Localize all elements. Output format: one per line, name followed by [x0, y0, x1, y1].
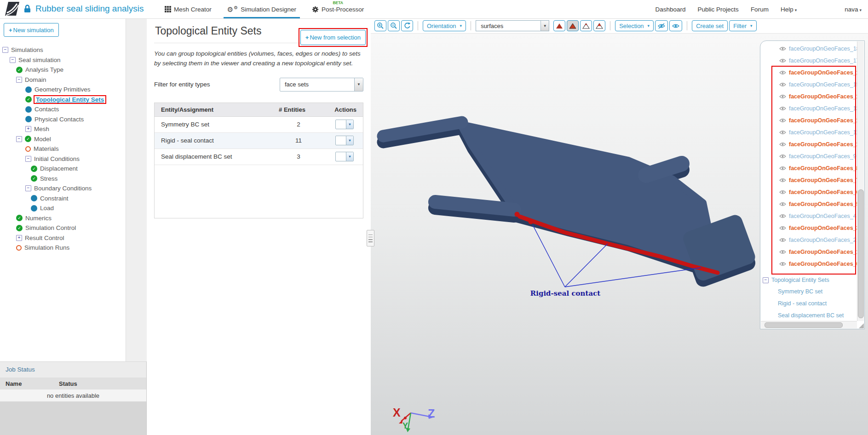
eye-icon[interactable]	[779, 190, 786, 195]
dropdown-arrow-icon[interactable]: ▼	[354, 78, 363, 91]
face-group-label[interactable]: faceGroupOnGeoFaces_18	[789, 46, 860, 52]
horizontal-scrollbar[interactable]	[761, 321, 857, 328]
face-group-label[interactable]: faceGroupOnGeoFaces_16	[789, 69, 862, 76]
user-menu[interactable]: nava▾	[845, 6, 862, 13]
overlay-tree-item-rigid-seal-contact[interactable]: Rigid - seal contact	[760, 298, 855, 309]
face-group-item[interactable]: faceGroupOnGeoFaces_12	[760, 114, 855, 126]
tree-item-label[interactable]: Initial Conditions	[34, 155, 80, 162]
vertical-scrollbar[interactable]	[857, 41, 864, 321]
face-group-item[interactable]: faceGroupOnGeoFaces_15	[760, 79, 855, 91]
eye-icon[interactable]	[779, 166, 786, 171]
tree-item-label[interactable]: Geometry Primitives	[34, 86, 91, 93]
tree-item-label[interactable]: Result Control	[25, 235, 64, 241]
hide-selected-button[interactable]	[655, 20, 668, 31]
expander-minus-icon[interactable]: −	[16, 77, 22, 83]
zoom-out-button[interactable]	[388, 20, 400, 31]
face-group-item[interactable]: faceGroupOnGeoFaces_7	[760, 174, 855, 186]
nav-dashboard[interactable]: Dashboard	[655, 6, 686, 13]
face-group-item[interactable]: faceGroupOnGeoFaces_13	[760, 103, 855, 114]
face-group-label[interactable]: faceGroupOnGeoFaces_5	[789, 201, 860, 207]
face-group-label[interactable]: faceGroupOnGeoFaces_1	[789, 249, 860, 255]
face-group-item[interactable]: faceGroupOnGeoFaces_1	[760, 246, 855, 258]
face-group-label[interactable]: faceGroupOnGeoFaces_14	[789, 93, 862, 100]
tree-item-load[interactable]: Load	[0, 203, 126, 213]
tree-item-label[interactable]: Materials	[34, 145, 59, 152]
tree-item-label[interactable]: Seal simulation	[18, 57, 61, 63]
overlay-tree-item-seal-displacement-bc-set[interactable]: Seal displacement BC set	[760, 309, 855, 321]
eye-icon[interactable]	[779, 46, 786, 51]
face-group-label[interactable]: faceGroupOnGeoFaces_8	[789, 165, 860, 172]
face-group-label[interactable]: faceGroupOnGeoFaces_17	[789, 57, 860, 64]
row-actions-select[interactable]: ▼	[335, 120, 354, 129]
face-group-item[interactable]: faceGroupOnGeoFaces_8	[760, 162, 855, 174]
tree-item-label[interactable]: Displacement	[40, 165, 78, 172]
tree-item-seal-simulation[interactable]: −Seal simulation	[0, 55, 126, 65]
mesh-quality-wire-button[interactable]	[580, 20, 592, 31]
filter-button[interactable]: Filter▾	[729, 20, 756, 31]
face-group-item[interactable]: faceGroupOnGeoFaces_5	[760, 198, 855, 210]
face-group-item[interactable]: faceGroupOnGeoFaces_11	[760, 126, 855, 138]
face-group-item[interactable]: faceGroupOnGeoFaces_14	[760, 91, 855, 103]
face-group-label[interactable]: faceGroupOnGeoFaces_10	[789, 141, 862, 148]
eye-icon[interactable]	[779, 214, 786, 218]
mesh-quality-outline-button[interactable]	[567, 20, 579, 31]
face-group-label[interactable]: faceGroupOnGeoFaces_12	[789, 117, 862, 124]
tree-item-numerics[interactable]: Numerics	[0, 213, 126, 223]
tree-item-label[interactable]: Simulation Runs	[24, 244, 69, 251]
face-group-label[interactable]: faceGroupOnGeoFaces_4	[789, 213, 857, 219]
tree-item-materials[interactable]: Materials	[0, 144, 126, 154]
tree-item-label[interactable]: Analysis Type	[25, 66, 63, 73]
resize-grip-icon[interactable]	[859, 323, 864, 328]
face-group-label[interactable]: faceGroupOnGeoFaces_0	[789, 261, 860, 267]
scrollbar-thumb[interactable]	[858, 189, 864, 318]
new-simulation-button[interactable]: + New simulation	[4, 23, 59, 37]
tree-item-constraint[interactable]: Constraint	[0, 194, 126, 204]
eye-icon[interactable]	[779, 238, 786, 242]
tree-item-topological-entity-sets[interactable]: Topological Entity Sets	[0, 95, 126, 105]
eye-icon[interactable]	[779, 154, 786, 159]
dropdown-arrow-icon[interactable]: ▼	[346, 136, 353, 145]
show-selected-button[interactable]	[669, 20, 682, 31]
face-group-item[interactable]: faceGroupOnGeoFaces_10	[760, 138, 855, 150]
dropdown-arrow-icon[interactable]: ▼	[346, 152, 353, 161]
tree-item-simulation-runs[interactable]: Simulation Runs	[0, 243, 126, 253]
eye-icon[interactable]	[779, 118, 786, 123]
row-actions-select[interactable]: ▼	[335, 152, 354, 161]
eye-icon[interactable]	[779, 250, 786, 254]
expander-minus-icon[interactable]: −	[25, 185, 31, 191]
eye-icon[interactable]	[779, 106, 786, 111]
nav-public-projects[interactable]: Public Projects	[698, 6, 739, 13]
eye-icon[interactable]	[779, 58, 786, 63]
tree-item-label[interactable]: Load	[40, 205, 54, 212]
tree-item-displacement[interactable]: Displacement	[0, 164, 126, 174]
face-group-item[interactable]: faceGroupOnGeoFaces_16	[760, 67, 855, 79]
eye-icon[interactable]	[779, 130, 786, 135]
face-group-label[interactable]: faceGroupOnGeoFaces_15	[789, 81, 860, 88]
zoom-in-button[interactable]	[374, 20, 386, 31]
face-group-item[interactable]: faceGroupOnGeoFaces_17	[760, 55, 855, 67]
tree-item-label[interactable]: Topological Entity Sets	[34, 95, 106, 104]
tab-mesh-creator[interactable]: Mesh Creator	[165, 0, 212, 18]
eye-icon[interactable]	[779, 178, 786, 183]
overlay-tree-item-symmetry-bc-set[interactable]: Symmetry BC set	[760, 286, 855, 298]
tree-item-geometry-primitives[interactable]: Geometry Primitives	[0, 85, 126, 95]
create-set-button[interactable]: Create set	[692, 20, 728, 31]
face-group-item[interactable]: faceGroupOnGeoFaces_4	[760, 210, 855, 222]
expander-minus-icon[interactable]: −	[16, 136, 22, 142]
face-group-label[interactable]: faceGroupOnGeoFaces_6	[789, 189, 860, 195]
dropdown-arrow-icon[interactable]: ▼	[540, 21, 549, 31]
expander-plus-icon[interactable]: +	[25, 126, 31, 132]
face-group-item[interactable]: faceGroupOnGeoFaces_6	[760, 186, 855, 198]
tree-item-contacts[interactable]: Contacts	[0, 104, 126, 114]
face-group-label[interactable]: faceGroupOnGeoFaces_13	[789, 105, 860, 112]
tree-item-analysis-type[interactable]: Analysis Type	[0, 65, 126, 75]
expander-minus-icon[interactable]: −	[25, 156, 31, 162]
tree-item-label[interactable]: Constraint	[40, 195, 69, 202]
expander-plus-icon[interactable]: +	[16, 235, 22, 241]
tab-post-processor[interactable]: BETA Post-Processor	[312, 0, 364, 18]
table-row[interactable]: Symmetry BC set2▼	[155, 117, 363, 133]
tree-item-label[interactable]: Boundary Conditions	[34, 185, 92, 192]
tree-item-label[interactable]: Stress	[40, 175, 57, 182]
tree-item-label[interactable]: Simulation Control	[25, 224, 76, 231]
eye-icon[interactable]	[779, 142, 786, 147]
